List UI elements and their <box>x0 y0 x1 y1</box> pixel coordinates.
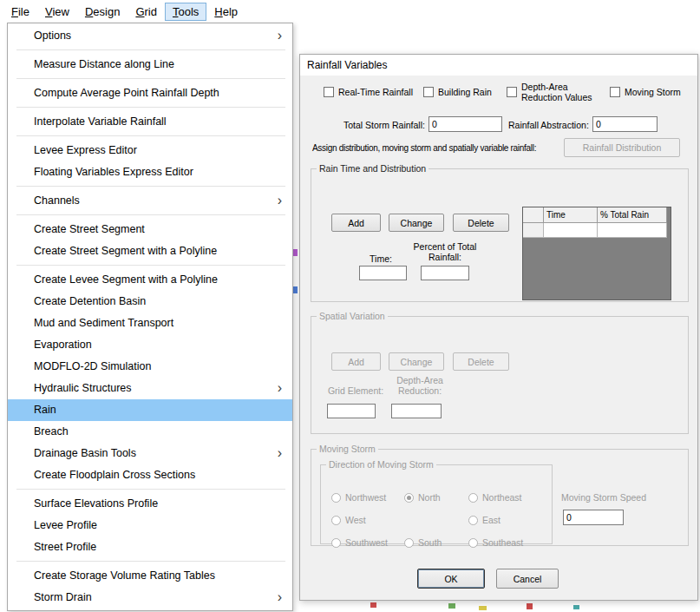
menu-item-storm-drain[interactable]: Storm Drain› <box>8 587 292 609</box>
menu-item-levee-profile[interactable]: Levee Profile <box>8 515 292 536</box>
radio-southwest[interactable]: Southwest <box>331 537 388 548</box>
percent-input[interactable] <box>421 266 469 280</box>
checkbox-box <box>610 87 620 97</box>
spatial-delete-button[interactable]: Delete <box>453 352 509 371</box>
spatial-add-button[interactable]: Add <box>331 352 381 371</box>
menu-item-breach[interactable]: Breach <box>8 421 292 443</box>
checkbox-moving-storm[interactable]: Moving Storm <box>610 79 695 105</box>
menu-item-street-profile[interactable]: Street Profile <box>8 536 292 558</box>
radio-west[interactable]: West <box>331 515 366 525</box>
map-artifact <box>527 603 533 609</box>
menubar-item-grid[interactable]: Grid <box>128 3 165 21</box>
menubar-item-view[interactable]: View <box>37 3 77 21</box>
radio-southeast[interactable]: Southeast <box>468 537 523 548</box>
menubar-item-design[interactable]: Design <box>77 3 128 21</box>
radio-south[interactable]: South <box>404 537 442 548</box>
menu-separator <box>16 265 285 266</box>
menu-item-create-levee-segment-with-a-polyline[interactable]: Create Levee Segment with a Polyline <box>8 269 292 291</box>
menu-item-measure-distance-along-line[interactable]: Measure Distance along Line <box>8 54 292 76</box>
checkbox-building-rain[interactable]: Building Rain <box>423 79 503 105</box>
time-label: Time: <box>355 253 407 264</box>
menubar-item-file[interactable]: File <box>3 3 37 21</box>
menu-item-create-street-segment[interactable]: Create Street Segment <box>8 219 292 240</box>
tools-menu: Options›Measure Distance along LineCompu… <box>7 23 293 611</box>
checkbox-box <box>507 87 517 97</box>
menu-item-mud-and-sediment-transport[interactable]: Mud and Sediment Transport <box>8 313 292 334</box>
menu-item-evaporation[interactable]: Evaporation <box>8 334 292 356</box>
radio-label: Northeast <box>482 492 522 503</box>
radio-northeast[interactable]: Northeast <box>468 492 522 503</box>
menu-separator <box>16 186 285 187</box>
moving-storm-speed-input[interactable] <box>563 510 624 525</box>
spatial-variation-group: Spatial Variation Add Change Delete Grid… <box>311 311 689 434</box>
menu-item-label: Floating Variables Express Editor <box>34 166 193 178</box>
menu-separator <box>16 78 285 79</box>
menu-item-create-detention-basin[interactable]: Create Detention Basin <box>8 291 292 313</box>
checkbox-real-time-rainfall[interactable]: Real-Time Rainfall <box>324 79 417 105</box>
radio-label: East <box>482 515 500 525</box>
menubar-item-tools[interactable]: Tools <box>165 3 206 21</box>
radio-label: Northwest <box>345 492 386 503</box>
menu-item-compute-average-point-rainfall-depth[interactable]: Compute Average Point Rainfall Depth <box>8 82 292 104</box>
menu-separator <box>16 214 285 215</box>
radio-circle <box>404 493 414 503</box>
total-storm-rainfall-input[interactable] <box>429 116 502 132</box>
menu-item-hydraulic-structures[interactable]: Hydraulic Structures› <box>8 378 292 399</box>
grid-cell <box>544 223 598 238</box>
rain-distribution-table[interactable]: Time% Total Rain <box>522 207 671 300</box>
grid-cell <box>598 223 667 238</box>
menu-item-floating-variables-express-editor[interactable]: Floating Variables Express Editor <box>8 161 292 183</box>
menubar-item-help[interactable]: Help <box>206 3 245 21</box>
dialog-titlebar[interactable]: Rainfall Variables <box>300 55 697 76</box>
radio-circle <box>331 538 341 548</box>
radio-east[interactable]: East <box>468 515 500 525</box>
menu-item-label: Create Levee Segment with a Polyline <box>34 273 218 286</box>
menu-item-label: Create Detention Basin <box>34 295 146 307</box>
submenu-arrow-icon: › <box>278 442 282 464</box>
menu-item-label: Create Street Segment with a Polyline <box>34 245 217 257</box>
rain-add-button[interactable]: Add <box>331 214 381 232</box>
menu-item-create-floodplain-cross-sections[interactable]: Create Floodplain Cross Sections <box>8 464 292 486</box>
menu-separator <box>16 561 285 562</box>
radio-circle <box>468 493 478 503</box>
menu-item-drainage-basin-tools[interactable]: Drainage Basin Tools› <box>8 443 292 464</box>
menu-item-label: MODFLO-2D Simulation <box>34 360 151 372</box>
direction-of-moving-storm-group: Direction of Moving Storm NorthwestNorth… <box>320 459 553 544</box>
rain-table-header: Time% Total Rain <box>523 207 671 223</box>
dialog-title: Rainfall Variables <box>307 59 388 71</box>
spatial-change-button[interactable]: Change <box>389 352 444 371</box>
radio-northwest[interactable]: Northwest <box>331 492 386 503</box>
radio-circle <box>331 516 341 525</box>
checkbox-label: Moving Storm <box>625 87 681 97</box>
checkbox-depth-area-reduction-values[interactable]: Depth-Area Reduction Values <box>507 79 604 105</box>
grid-element-input[interactable] <box>327 404 376 418</box>
depth-area-reduction-input[interactable] <box>391 404 442 418</box>
checkbox-label: Depth-Area Reduction Values <box>521 82 604 102</box>
checkbox-box <box>324 87 334 97</box>
rainfall-abstraction-input[interactable] <box>592 116 657 132</box>
menu-item-surface-elevations-profile[interactable]: Surface Elevations Profile <box>8 493 292 515</box>
rainfall-distribution-button[interactable]: Rainfall Distribution <box>564 138 680 157</box>
menu-item-options[interactable]: Options› <box>8 25 292 47</box>
grid-col-rowheader <box>523 207 544 223</box>
map-artifact <box>573 605 579 609</box>
menu-item-label: Compute Average Point Rainfall Depth <box>34 87 219 99</box>
menu-item-label: Rain <box>34 404 56 416</box>
menu-item-label: Surface Elevations Profile <box>34 497 158 510</box>
menu-item-rain[interactable]: Rain <box>8 399 292 421</box>
cancel-button[interactable]: Cancel <box>496 569 559 589</box>
menu-item-label: Street Profile <box>34 541 96 553</box>
menubar: FileViewDesignGridToolsHelp <box>0 0 700 23</box>
menu-item-modflo-2d-simulation[interactable]: MODFLO-2D Simulation <box>8 356 292 378</box>
menu-item-channels[interactable]: Channels› <box>8 190 292 212</box>
rain-delete-button[interactable]: Delete <box>453 214 509 232</box>
menu-item-interpolate-variable-rainfall[interactable]: Interpolate Variable Rainfall <box>8 111 292 133</box>
menu-item-levee-express-editor[interactable]: Levee Express Editor <box>8 140 292 161</box>
menu-item-create-street-segment-with-a-polyline[interactable]: Create Street Segment with a Polyline <box>8 240 292 262</box>
rain-change-button[interactable]: Change <box>389 214 444 232</box>
time-input[interactable] <box>359 266 407 280</box>
radio-north[interactable]: North <box>404 492 441 503</box>
ok-button[interactable]: OK <box>417 569 485 589</box>
map-artifact <box>448 603 455 609</box>
menu-item-create-storage-volume-rating-tables[interactable]: Create Storage Volume Rating Tables <box>8 565 292 587</box>
